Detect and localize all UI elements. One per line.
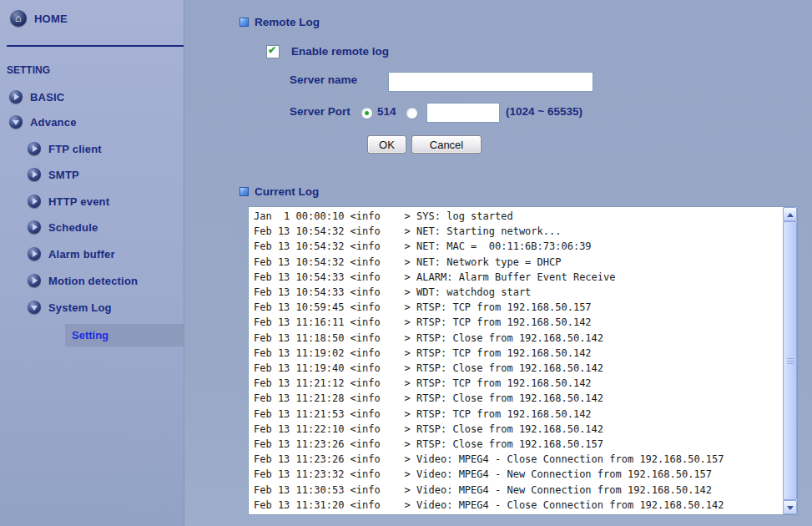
log-line: Feb 13 11:19:02 <info > RTSP: TCP from 1… xyxy=(254,346,783,361)
section-bullet-icon xyxy=(240,18,249,27)
sidebar-item-http-event[interactable]: HTTP event xyxy=(28,193,109,210)
arrow-right-icon xyxy=(28,274,41,287)
log-line: Feb 13 11:16:11 <info > RTSP: TCP from 1… xyxy=(254,315,783,330)
sidebar-divider xyxy=(7,45,184,47)
cancel-button[interactable]: Cancel xyxy=(411,135,482,154)
sidebar-item-system-log[interactable]: System Log xyxy=(28,299,112,316)
sidebar-item-schedule[interactable]: Schedule xyxy=(28,219,98,235)
current-log-textarea[interactable]: Jan 1 00:00:10 <info > SYS: log started … xyxy=(248,206,798,515)
server-port-label: Server Port xyxy=(290,105,351,118)
log-line: Jan 1 00:00:10 <info > SYS: log started xyxy=(254,209,783,224)
sidebar-item-smtp[interactable]: SMTP xyxy=(28,166,79,183)
log-line: Feb 13 11:21:28 <info > RTSP: Close from… xyxy=(254,391,783,406)
sidebar-section-setting: SETTING xyxy=(7,64,50,76)
section-title: Current Log xyxy=(255,185,319,198)
remote-log-header: Remote Log xyxy=(240,16,320,28)
sidebar-item-home[interactable]: ⌂ HOME xyxy=(10,10,68,27)
log-line: Feb 13 11:23:26 <info > Video: MPEG4 - C… xyxy=(254,452,783,467)
enable-remote-log-checkbox[interactable] xyxy=(266,45,280,58)
sidebar-item-label: Setting xyxy=(72,329,108,341)
section-bullet-icon xyxy=(240,187,249,196)
camera-settings-page: ⌂ HOME SETTING BASIC Advance FTP client … xyxy=(0,0,812,526)
port-default-value-label: 514 xyxy=(377,105,396,118)
sidebar-item-setting[interactable]: Setting xyxy=(65,324,184,346)
chevron-down-icon xyxy=(787,506,794,510)
port-default-radio[interactable] xyxy=(361,107,373,119)
log-line: Feb 13 11:31:20 <info > Video: MPEG4 - C… xyxy=(254,498,783,513)
port-custom-radio[interactable] xyxy=(406,107,418,119)
arrow-down-icon xyxy=(9,115,23,129)
scrollbar-thumb[interactable] xyxy=(783,221,797,500)
log-line: Feb 13 10:54:32 <info > NET: MAC = 00:11… xyxy=(254,239,783,254)
log-scrollbar[interactable] xyxy=(783,207,797,514)
log-line: Feb 13 10:54:33 <info > ALARM: Alarm Buf… xyxy=(254,270,783,285)
scroll-up-button[interactable] xyxy=(783,207,797,221)
scroll-down-button[interactable] xyxy=(783,500,797,514)
scrollbar-grip-icon xyxy=(787,358,794,365)
log-line: Feb 13 11:18:50 <info > RTSP: Close from… xyxy=(254,331,783,346)
log-line: Feb 13 11:23:32 <info > Video: MPEG4 - N… xyxy=(254,467,783,482)
chevron-up-icon xyxy=(787,213,794,217)
sidebar-item-alarm-buffer[interactable]: Alarm buffer xyxy=(28,245,115,262)
sidebar-item-label: HOME xyxy=(34,13,68,25)
port-range-hint: (1024 ~ 65535) xyxy=(506,105,583,118)
section-title: Remote Log xyxy=(255,16,320,28)
log-line: Feb 13 11:21:53 <info > RTSP: TCP from 1… xyxy=(254,407,783,422)
port-custom-input[interactable] xyxy=(426,103,500,123)
log-line: Feb 13 11:21:12 <info > RTSP: TCP from 1… xyxy=(254,376,783,391)
log-line: Feb 13 10:59:45 <info > RTSP: TCP from 1… xyxy=(254,300,783,315)
sidebar-item-basic[interactable]: BASIC xyxy=(9,89,64,105)
log-lines: Jan 1 00:00:10 <info > SYS: log started … xyxy=(249,209,783,514)
arrow-right-icon xyxy=(9,90,23,104)
arrow-right-icon xyxy=(28,220,41,234)
arrow-right-icon xyxy=(28,142,41,155)
sidebar-item-ftp-client[interactable]: FTP client xyxy=(28,140,102,157)
arrow-right-icon xyxy=(28,195,41,208)
sidebar: ⌂ HOME SETTING BASIC Advance FTP client … xyxy=(0,0,184,526)
sidebar-item-motion-detection[interactable]: Motion detection xyxy=(28,272,138,289)
ok-button[interactable]: OK xyxy=(367,135,406,154)
arrow-down-icon xyxy=(28,301,41,314)
arrow-right-icon xyxy=(28,168,41,181)
home-icon: ⌂ xyxy=(10,10,27,27)
log-line: Feb 13 11:30:53 <info > Video: MPEG4 - N… xyxy=(254,483,783,498)
log-line: Feb 13 10:54:32 <info > NET: Starting ne… xyxy=(254,224,783,239)
enable-remote-log-label: Enable remote log xyxy=(291,45,389,58)
log-line: Feb 13 10:54:33 <info > WDT: watchdog st… xyxy=(254,285,783,300)
arrow-right-icon xyxy=(28,247,41,260)
log-line: Feb 13 11:22:10 <info > RTSP: Close from… xyxy=(254,422,783,437)
log-line: Feb 13 10:54:32 <info > NET: Network typ… xyxy=(254,255,783,270)
current-log-header: Current Log xyxy=(240,185,319,198)
log-line: Feb 13 11:23:26 <info > RTSP: Close from… xyxy=(254,437,783,452)
sidebar-item-advance[interactable]: Advance xyxy=(9,114,77,130)
server-name-label: Server name xyxy=(290,73,357,86)
log-line: Feb 13 11:19:40 <info > RTSP: Close from… xyxy=(254,361,783,376)
server-name-input[interactable] xyxy=(388,72,593,92)
